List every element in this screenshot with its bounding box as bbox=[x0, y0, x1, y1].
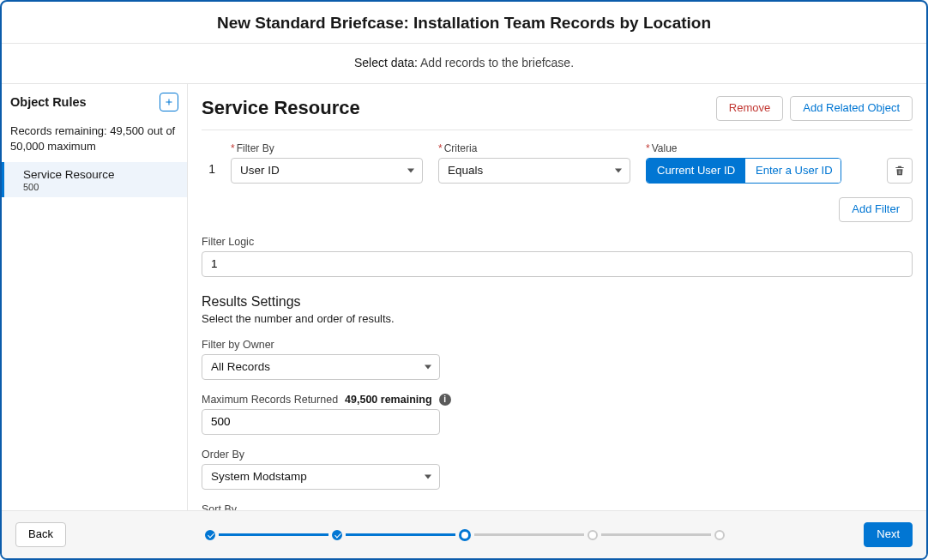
progress-indicator bbox=[66, 529, 864, 541]
progress-step-2 bbox=[332, 530, 342, 540]
order-by-value: System Modstamp bbox=[211, 470, 307, 483]
modal-subheader: Select data: Add records to the briefcas… bbox=[2, 44, 926, 84]
add-filter-row: Add Filter bbox=[202, 197, 913, 222]
next-button[interactable]: Next bbox=[864, 522, 913, 547]
remove-button[interactable]: Remove bbox=[716, 96, 783, 121]
progress-step-3 bbox=[459, 529, 471, 541]
main-panel: Service Resource Remove Add Related Obje… bbox=[188, 84, 926, 510]
subheader-text: Add records to the briefcase. bbox=[420, 56, 574, 69]
filter-by-select[interactable]: User ID bbox=[231, 158, 423, 184]
modal-header: New Standard Briefcase: Installation Tea… bbox=[2, 2, 926, 44]
filter-by-owner-value: All Records bbox=[211, 360, 270, 373]
add-object-rule-button[interactable] bbox=[160, 93, 178, 111]
trash-icon bbox=[894, 165, 906, 177]
add-filter-button[interactable]: Add Filter bbox=[839, 197, 913, 222]
sidebar-header: Object Rules bbox=[2, 84, 187, 118]
modal-footer: Back Next bbox=[2, 510, 926, 558]
sidebar-title: Object Rules bbox=[10, 95, 87, 109]
sidebar-item-label: Service Resource bbox=[23, 168, 178, 181]
filter-by-owner-label: Filter by Owner bbox=[202, 339, 913, 351]
add-related-object-button[interactable]: Add Related Object bbox=[790, 96, 913, 121]
plus-icon bbox=[164, 97, 174, 107]
criteria-column: Criteria Equals bbox=[438, 142, 630, 184]
delete-filter-button[interactable] bbox=[887, 158, 913, 184]
main-header: Service Resource Remove Add Related Obje… bbox=[202, 96, 913, 130]
filter-row-index: 1 bbox=[202, 162, 215, 176]
filter-by-label: Filter By bbox=[231, 142, 423, 154]
filter-logic-input[interactable] bbox=[202, 251, 913, 277]
max-records-input[interactable] bbox=[202, 409, 440, 435]
value-toggle: Current User ID Enter a User ID bbox=[646, 158, 841, 184]
results-settings-title: Results Settings bbox=[202, 294, 913, 310]
criteria-select[interactable]: Equals bbox=[438, 158, 630, 184]
briefcase-modal: New Standard Briefcase: Installation Tea… bbox=[0, 0, 928, 560]
back-button[interactable]: Back bbox=[15, 522, 66, 547]
progress-bar-3 bbox=[474, 533, 584, 536]
records-remaining-text: Records remaining: 49,500 out of 50,000 … bbox=[2, 118, 187, 162]
order-by-label: Order By bbox=[202, 449, 913, 461]
object-rules-sidebar: Object Rules Records remaining: 49,500 o… bbox=[2, 84, 188, 510]
progress-step-4 bbox=[588, 530, 598, 540]
value-toggle-current-user[interactable]: Current User ID bbox=[647, 159, 745, 183]
max-records-label: Maximum Records Returned bbox=[202, 394, 338, 406]
progress-bar-2 bbox=[346, 533, 455, 536]
sort-by-label: Sort By bbox=[202, 503, 913, 510]
results-settings-subtitle: Select the number and order of results. bbox=[202, 312, 913, 325]
progress-bar-4 bbox=[601, 533, 711, 536]
subheader-prefix: Select data: bbox=[354, 56, 418, 69]
max-records-row: Maximum Records Returned 49,500 remainin… bbox=[202, 394, 913, 406]
main-title: Service Resource bbox=[202, 97, 360, 119]
progress-step-5 bbox=[714, 530, 725, 540]
filter-by-column: Filter By User ID bbox=[231, 142, 423, 184]
progress-bar-1 bbox=[219, 533, 328, 536]
value-column: Value Current User ID Enter a User ID bbox=[646, 142, 841, 184]
main-header-actions: Remove Add Related Object bbox=[716, 96, 913, 121]
max-records-remaining: 49,500 remaining bbox=[345, 394, 431, 406]
filter-row: 1 Filter By User ID Criteria Equals Valu… bbox=[202, 142, 913, 184]
order-by-select[interactable]: System Modstamp bbox=[202, 464, 440, 490]
filter-logic-label: Filter Logic bbox=[202, 236, 913, 248]
modal-body: Object Rules Records remaining: 49,500 o… bbox=[2, 84, 926, 510]
criteria-value: Equals bbox=[448, 164, 483, 177]
modal-title: New Standard Briefcase: Installation Tea… bbox=[2, 14, 926, 33]
sidebar-item-service-resource[interactable]: Service Resource 500 bbox=[2, 162, 187, 197]
value-toggle-enter-user[interactable]: Enter a User ID bbox=[745, 159, 841, 183]
filter-by-value: User ID bbox=[240, 164, 280, 177]
sidebar-item-count: 500 bbox=[23, 182, 178, 192]
value-label: Value bbox=[646, 142, 841, 154]
filter-by-owner-select[interactable]: All Records bbox=[202, 354, 440, 380]
criteria-label: Criteria bbox=[438, 142, 630, 154]
progress-step-1 bbox=[205, 530, 215, 540]
info-icon[interactable]: i bbox=[439, 394, 451, 406]
